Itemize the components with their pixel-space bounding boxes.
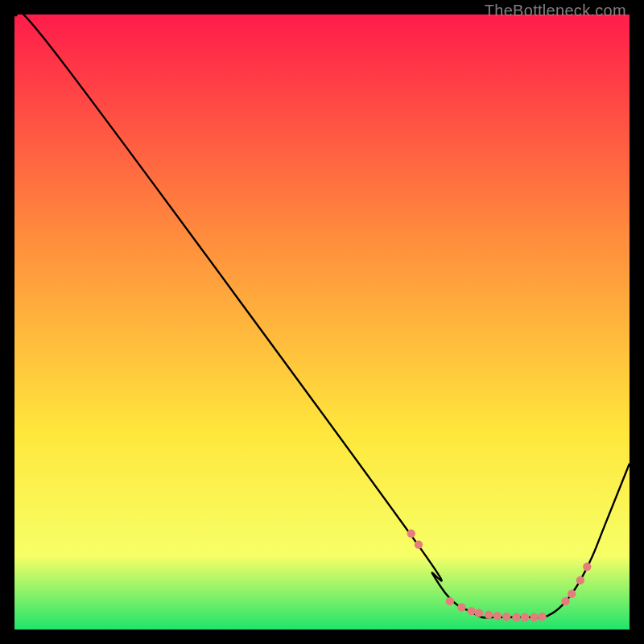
- marker-dot: [485, 610, 493, 618]
- marker-dot: [446, 597, 454, 605]
- marker-dot: [493, 612, 502, 620]
- marker-dot: [538, 613, 546, 621]
- marker-dot: [568, 589, 576, 597]
- bottleneck-chart: [14, 14, 630, 630]
- marker-dot: [521, 613, 529, 621]
- marker-dot: [583, 563, 591, 571]
- marker-dot: [561, 597, 569, 605]
- marker-dot: [512, 613, 520, 621]
- gradient-background: [14, 14, 630, 630]
- marker-dot: [475, 609, 483, 617]
- chart-area: [14, 14, 630, 630]
- marker-dot: [530, 613, 538, 621]
- marker-dot: [407, 530, 415, 538]
- watermark-text: TheBottleneck.com: [485, 2, 626, 20]
- marker-dot: [415, 540, 423, 548]
- marker-dot: [576, 576, 584, 584]
- marker-dot: [502, 613, 510, 621]
- marker-dot: [457, 603, 465, 611]
- marker-dot: [467, 607, 475, 615]
